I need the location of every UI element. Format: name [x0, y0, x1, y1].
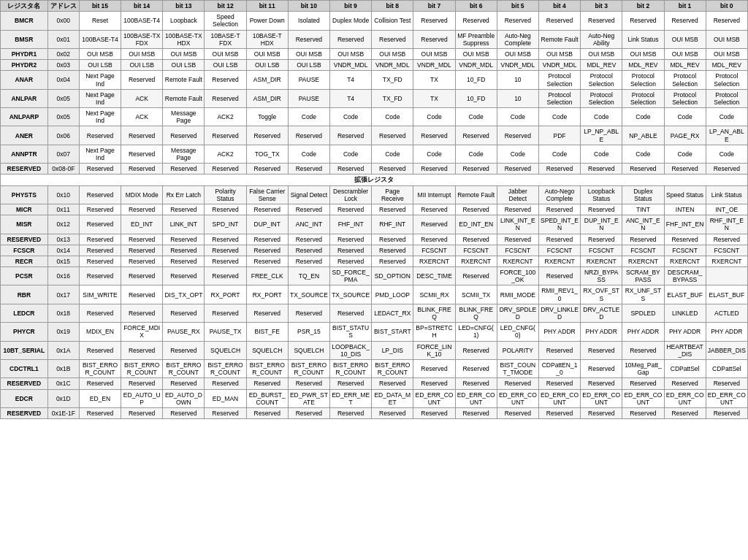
reg-bit-cell: PAUSE — [288, 89, 329, 107]
reg-bit-cell: Reserved — [330, 378, 372, 389]
reg-bit-cell: SD_FORCE_PMA — [330, 267, 372, 285]
reg-addr-cell: 0x15 — [47, 256, 79, 266]
table-body: BMCR0x00Reset100BASE-T4LoopbackSpeed Sel… — [1, 12, 748, 419]
table-row: RESERVED0x08-0FReservedReservedReservedR… — [1, 164, 748, 174]
header-bit-1: bit 1 — [664, 1, 706, 12]
reg-bit-cell: BIST_ERROR_COUNT — [79, 359, 121, 377]
reg-bit-cell: OUI MSB — [288, 48, 329, 59]
reg-bit-cell: FCSCNT — [581, 245, 622, 256]
reg-bit-cell: Reserved — [538, 12, 580, 30]
header-bit-11: bit 11 — [246, 1, 288, 12]
reg-bit-cell: Reserved — [330, 30, 372, 48]
reg-bit-cell: ED_AUTO_DOWN — [163, 389, 205, 407]
reg-bit-cell: SIM_WRITE — [79, 285, 121, 304]
reg-bit-cell: PHY ADDR — [664, 323, 706, 341]
reg-bit-cell: Duplex Status — [622, 185, 664, 204]
reg-bit-cell: PAUSE — [288, 71, 329, 89]
reg-bit-cell: Reserved — [163, 407, 205, 418]
reg-bit-cell: Reserved — [163, 378, 205, 389]
reg-bit-cell: POLARITY — [497, 341, 538, 359]
reg-addr-cell: 0x1A — [47, 341, 79, 359]
table-row: ANLPAR0x05Next Page IndACKRemote FaultRe… — [1, 89, 748, 107]
reg-bit-cell: Speed Status — [664, 185, 706, 204]
reg-bit-cell: FCSCNT — [622, 245, 664, 256]
reg-bit-cell: OUI MSB — [79, 48, 121, 59]
reg-bit-cell: Reserved — [330, 164, 372, 174]
section-header-row: 拡張レジスタ — [1, 174, 748, 185]
reg-bit-cell: Speed Selection — [205, 12, 246, 30]
reg-bit-cell: ACK — [121, 89, 163, 107]
reg-bit-cell: ACK — [121, 108, 163, 126]
reg-name-cell: MISR — [1, 215, 48, 234]
reg-bit-cell: LP_AN_ABLE — [706, 126, 747, 145]
reg-bit-cell: Reserved — [706, 407, 747, 418]
table-row: LEDCR0x18ReservedReservedReservedReserve… — [1, 304, 748, 322]
reg-bit-cell: MDL_REV — [622, 60, 664, 71]
reg-bit-cell: SCMII_RX — [413, 285, 455, 304]
reg-bit-cell: NRZI_BYPASS — [581, 267, 622, 285]
reg-bit-cell: ED_ERR_COUNT — [413, 389, 455, 407]
reg-bit-cell: Reserved — [664, 164, 706, 174]
reg-bit-cell: OUI MSB — [706, 30, 747, 48]
header-bit-10: bit 10 — [288, 1, 329, 12]
reg-bit-cell: Protocol Selection — [706, 89, 747, 107]
reg-bit-cell: LED=CNFG(1) — [455, 323, 497, 341]
reg-bit-cell: Reserved — [79, 267, 121, 285]
reg-bit-cell: Reserved — [79, 164, 121, 174]
table-header: レジスタ名アドレスbit 15bit 14bit 13bit 12bit 11b… — [1, 1, 748, 12]
reg-name-cell: ANNPTR — [1, 145, 48, 163]
reg-bit-cell: Reserved — [413, 12, 455, 30]
reg-bit-cell: Code — [664, 145, 706, 163]
reg-bit-cell: Reserved — [330, 126, 372, 145]
header-bit-14: bit 14 — [121, 1, 163, 12]
reg-bit-cell: Reserved — [497, 204, 538, 215]
reg-bit-cell: Toggle — [246, 108, 288, 126]
reg-bit-cell: T4 — [330, 89, 372, 107]
reg-bit-cell: Code — [288, 145, 329, 163]
reg-addr-cell: 0x02 — [47, 48, 79, 59]
reg-bit-cell: ACK2 — [205, 108, 246, 126]
reg-bit-cell: Reserved — [497, 12, 538, 30]
reg-name-cell: EDCR — [1, 389, 48, 407]
reg-bit-cell: DUP_INT — [246, 215, 288, 234]
reg-bit-cell: Reserved — [288, 245, 329, 256]
reg-name-cell: RESERVED — [1, 234, 48, 245]
reg-bit-cell: Reserved — [372, 256, 413, 266]
reg-bit-cell: 10Meg_Patt_Gap — [622, 359, 664, 377]
reg-bit-cell: ASM_DIR — [246, 89, 288, 107]
reg-bit-cell: Reserved — [163, 164, 205, 174]
reg-bit-cell: FCSCNT — [455, 245, 497, 256]
reg-bit-cell: TINT — [622, 204, 664, 215]
reg-bit-cell: TOG_TX — [246, 145, 288, 163]
reg-bit-cell: Reserved — [288, 30, 329, 48]
reg-bit-cell: Remote Fault — [455, 185, 497, 204]
reg-bit-cell: OUI MSB — [163, 48, 205, 59]
reg-bit-cell: Reserved — [497, 234, 538, 245]
reg-bit-cell: Code — [330, 145, 372, 163]
reg-bit-cell: 10_FD — [455, 71, 497, 89]
header-bit-0: bit 0 — [706, 1, 747, 12]
reg-bit-cell: ED_INT_EN — [455, 215, 497, 234]
reg-bit-cell: Reserved — [664, 234, 706, 245]
table-row: RESERVED0x1CReservedReservedReservedRese… — [1, 378, 748, 389]
reg-bit-cell: Code — [372, 145, 413, 163]
reg-bit-cell: Protocol Selection — [538, 71, 580, 89]
reg-bit-cell: Code — [288, 108, 329, 126]
reg-bit-cell: Reserved — [121, 71, 163, 89]
reg-bit-cell: BLINK_FREQ — [413, 304, 455, 322]
reg-bit-cell: Reserved — [538, 234, 580, 245]
reg-bit-cell: OUI MSB — [538, 48, 580, 59]
reg-bit-cell: ED_ERR_COUNT — [664, 389, 706, 407]
reg-bit-cell: OUI MSB — [413, 48, 455, 59]
reg-bit-cell: Code — [497, 108, 538, 126]
reg-bit-cell: Protocol Selection — [538, 89, 580, 107]
reg-bit-cell: Reserved — [79, 407, 121, 418]
reg-bit-cell: Reserved — [163, 267, 205, 285]
reg-bit-cell: DRV_SPDLED — [497, 304, 538, 322]
reg-bit-cell: OUI MSB — [497, 48, 538, 59]
reg-bit-cell: BLINK_FREQ — [455, 304, 497, 322]
reg-bit-cell: Reserved — [330, 245, 372, 256]
reg-bit-cell: Auto-Neg Complete — [497, 30, 538, 48]
reg-addr-cell: 0x16 — [47, 267, 79, 285]
header-bit-12: bit 12 — [205, 1, 246, 12]
